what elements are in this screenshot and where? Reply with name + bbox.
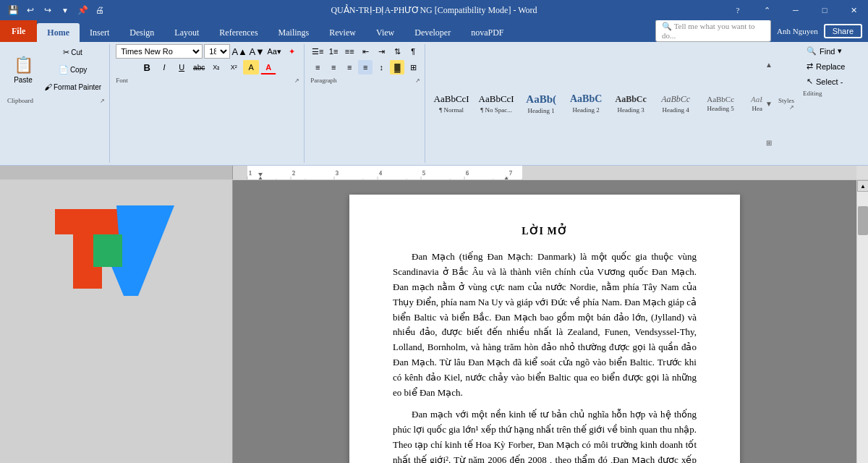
highlight-btn[interactable]: A [243,60,259,75]
ribbon-collapse-btn[interactable]: ⌃ [752,0,781,20]
cut-button[interactable]: ✂ Cut [41,44,105,60]
subscript-btn[interactable]: X₂ [208,60,224,75]
svg-text:2: 2 [292,170,295,177]
font-row2: B I U abc X₂ X² A A [139,60,276,75]
scroll-up-btn[interactable]: ▲ [857,180,868,192]
pin-btn[interactable]: 📌 [75,3,90,17]
svg-text:1: 1 [249,170,252,177]
change-case-btn[interactable]: Aa▾ [266,44,282,59]
tab-mailings[interactable]: Mailings [268,23,320,42]
style-normal[interactable]: AaBbCcI ¶ Normal [430,85,473,122]
decrease-indent-btn[interactable]: ⇤ [358,44,373,59]
restore-btn[interactable]: □ [810,0,839,20]
align-left-btn[interactable]: ≡ [310,60,325,75]
tab-home[interactable]: Home [37,23,80,42]
show-formatting-btn[interactable]: ¶ [406,44,420,59]
style-heading6[interactable]: AaBbCcI Heading 6 [744,85,762,122]
editing-group: 🔍 Find ▾ ⇄ Replace ↖ Select - Editing [799,44,865,163]
close-btn[interactable]: ✕ [839,0,868,20]
underline-btn[interactable]: U [174,60,190,75]
styles-scroll-up[interactable]: ▲ [764,46,774,83]
justify-btn[interactable]: ≡ [358,60,373,75]
style-heading3[interactable]: AaBbCc Heading 3 [609,85,652,122]
tab-design[interactable]: Design [119,23,164,42]
help-btn[interactable]: ? [723,0,752,20]
copy-button[interactable]: 📄 Copy [41,61,105,77]
tab-novapdf[interactable]: novaPDF [461,23,514,42]
font-expand-icon[interactable]: ↗ [294,77,299,84]
line-spacing-btn[interactable]: ↕ [374,60,388,75]
refresh-btn[interactable]: ▼ [58,3,72,17]
select-btn[interactable]: ↖ Select - [803,75,861,88]
undo-btn[interactable]: ↩ [23,3,38,17]
search-box[interactable]: 🔍 Tell me what you want to do... [655,20,771,42]
borders-btn[interactable]: ⊞ [406,60,420,75]
paste-button[interactable]: 📋 Paste [7,52,39,87]
styles-expand[interactable]: ⊞ [764,124,774,161]
clear-format-btn[interactable]: ✦ [284,44,299,59]
minimize-btn[interactable]: ─ [781,0,810,20]
style-heading2[interactable]: AaBbC Heading 2 [564,85,608,122]
paragraph-1: Đan Mạch (tiếng Đan Mạch: Danmark) là mộ… [393,250,697,400]
vertical-scrollbar[interactable]: ▲ ▼ [856,180,868,463]
tab-bar: File Home Insert Design Layout Reference… [0,20,868,42]
style-heading1[interactable]: AaBb( Heading 1 [519,85,563,122]
font-row1: Times New Ro 18 A▲ A▼ Aa▾ ✦ [116,44,299,59]
scroll-thumb[interactable] [858,206,868,235]
font-label: Font [116,77,128,84]
paste-label: Paste [14,76,33,84]
tab-view[interactable]: View [366,23,404,42]
svg-rect-1 [247,166,522,179]
sort-btn[interactable]: ⇅ [390,44,404,59]
scroll-track[interactable] [857,192,868,463]
clipboard-label: Clipboard [7,97,33,104]
shrink-font-btn[interactable]: A▼ [249,44,265,59]
tab-review[interactable]: Review [319,23,366,42]
tab-references[interactable]: References [209,23,268,42]
styles-scroll-down[interactable]: ▼ [764,85,774,122]
numbering-btn[interactable]: 1≡ [326,44,341,59]
shading-btn[interactable]: ▓ [390,60,404,75]
style-no-spacing[interactable]: AaBbCcI ¶ No Spac... [475,85,518,122]
window-controls[interactable]: ? ⌃ ─ □ ✕ [723,0,868,20]
svg-text:4: 4 [379,170,382,177]
tab-file[interactable]: File [0,20,37,42]
increase-indent-btn[interactable]: ⇥ [374,44,388,59]
redo-btn[interactable]: ↪ [41,3,55,17]
grow-font-btn[interactable]: A▲ [231,44,247,59]
page-canvas[interactable]: LỜI MỞ Đan Mạch (tiếng Đan Mạch: Danmark… [233,180,856,463]
main-area: trang 2 ⬇ Page 2 of 26 LỜI MỞ Đan Mạch (… [0,180,868,463]
style-heading4[interactable]: AaBbCc Heading 4 [654,85,697,122]
align-right-btn[interactable]: ≡ [342,60,357,75]
clipboard-expand-icon[interactable]: ↗ [100,98,105,104]
find-btn[interactable]: 🔍 Find ▾ [803,44,861,58]
save-btn[interactable]: 💾 [6,3,20,17]
italic-btn[interactable]: I [156,60,172,75]
font-name-select[interactable]: Times New Ro [116,44,203,59]
styles-expand-icon[interactable]: ↗ [789,104,794,111]
print-btn[interactable]: 🖨 [93,3,107,17]
format-painter-button[interactable]: 🖌 Format Painter [41,79,105,95]
tab-developer[interactable]: Developer [404,23,461,42]
multilevel-btn[interactable]: ≡≡ [342,44,357,59]
font-color-btn[interactable]: A [260,60,276,75]
tab-layout[interactable]: Layout [164,23,209,42]
tab-insert[interactable]: Insert [80,23,119,42]
superscript-btn[interactable]: X² [226,60,242,75]
para-row2: ≡ ≡ ≡ ≡ ↕ ▓ ⊞ [310,60,420,75]
ruler-side [0,166,233,179]
user-name: Anh Nguyen [777,27,818,35]
align-center-btn[interactable]: ≡ [326,60,341,75]
font-size-select[interactable]: 18 [204,44,230,59]
styles-group: AaBbCcI ¶ Normal AaBbCcI ¶ No Spac... Aa… [427,44,797,163]
replace-btn[interactable]: ⇄ Replace [803,59,861,73]
paragraph-expand-icon[interactable]: ↗ [415,77,420,84]
bold-btn[interactable]: B [139,60,155,75]
bullets-btn[interactable]: ☰≡ [310,44,325,59]
quick-access-toolbar: 💾 ↩ ↪ ▼ 📌 🖨 [0,0,113,20]
strikethrough-btn[interactable]: abc [191,60,207,75]
style-heading5[interactable]: AaBbCc Heading 5 [699,85,742,122]
clipboard-row-main: 📋 Paste ✂ Cut 📄 Copy 🖌 Format Painter [7,44,105,95]
share-btn[interactable]: Share [824,24,862,38]
toolbar: 📋 Paste ✂ Cut 📄 Copy 🖌 Format Painter Cl… [0,42,868,165]
